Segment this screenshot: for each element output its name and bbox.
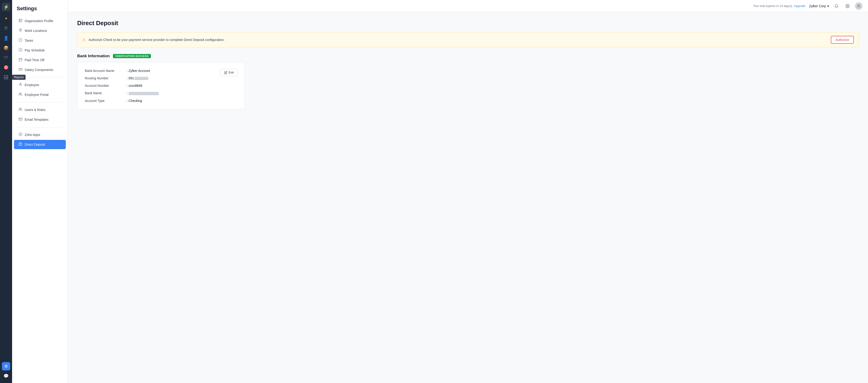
logo-icon: ⚡	[3, 4, 9, 10]
svg-rect-17	[19, 68, 22, 70]
user-avatar[interactable]	[855, 2, 862, 10]
svg-point-7	[20, 29, 21, 30]
account-number-row: Account Number : xxxx8846	[85, 84, 237, 87]
taxes-icon	[19, 38, 22, 43]
rail-icon-chat[interactable]: 💬	[2, 372, 10, 380]
sidebar-label-pay-schedule: Pay Schedule	[25, 49, 44, 52]
svg-point-29	[858, 4, 859, 6]
account-type-label: Account Type	[85, 99, 127, 102]
bank-info-card: Edit Bank Account Name : Zylker Account …	[77, 62, 245, 109]
bank-account-name-label: Bank Account Name	[85, 69, 127, 72]
bank-info-title: Bank Information	[77, 54, 110, 58]
rail-icon-shield[interactable]: 🛡	[2, 54, 10, 62]
work-locations-icon	[19, 28, 22, 33]
app-logo: ⚡	[2, 3, 10, 11]
sidebar-label-direct-deposit: Direct Deposit	[25, 143, 45, 146]
notifications-icon[interactable]	[833, 2, 840, 10]
trial-text: Your trial expires in 14 day(s). Upgrade	[753, 4, 805, 8]
icon-rail: ⚡ ✦ ⏱ 👤 📦 🛡 🎯 Reports ⚙ 💬	[0, 0, 12, 383]
rail-icon-person[interactable]: 👤	[2, 34, 10, 42]
upgrade-link[interactable]: Upgrade	[794, 4, 805, 8]
sidebar-label-zoho-apps: Zoho Apps	[25, 133, 40, 137]
settings-sidebar: Settings Organization Profile Work Locat…	[12, 0, 68, 383]
routing-number-row: Routing Number : 091	[85, 76, 237, 80]
salary-components-icon	[19, 67, 22, 72]
zoho-apps-icon	[19, 132, 22, 137]
sidebar-item-employee[interactable]: Employee	[14, 80, 66, 90]
routing-number-value: : 091	[127, 76, 148, 80]
sidebar-item-users-roles[interactable]: Users & Roles	[14, 105, 66, 115]
svg-rect-4	[19, 19, 22, 22]
sidebar-item-taxes[interactable]: Taxes	[14, 36, 66, 45]
sidebar-label-org-profile: Organization Profile	[25, 19, 53, 23]
org-profile-icon	[19, 19, 22, 23]
svg-point-20	[19, 93, 21, 94]
authorize-button[interactable]: Authorize	[831, 36, 854, 44]
rail-icon-reports[interactable]: Reports	[2, 73, 10, 82]
rail-icon-target[interactable]: 🎯	[2, 63, 10, 72]
account-type-row: Account Type : Checking	[85, 99, 237, 102]
warning-banner: ⚠ Authorize Check to be your payment ser…	[77, 32, 859, 47]
rail-icon-clock[interactable]: ⏱	[2, 24, 10, 33]
rail-icon-settings[interactable]: ⚙	[2, 362, 10, 371]
svg-point-19	[20, 83, 21, 84]
bank-info-section-header: Bank Information VERIFICATION SUCCESS	[77, 54, 859, 58]
sidebar-divider-2	[17, 102, 63, 102]
company-selector[interactable]: Zylker Corp ▾	[809, 4, 829, 8]
employee-portal-icon	[19, 92, 22, 97]
sidebar-label-taxes: Taxes	[25, 39, 33, 42]
sidebar-label-employee-portal: Employee Portal	[25, 93, 49, 96]
edit-button[interactable]: Edit	[220, 69, 238, 76]
sidebar-divider-3	[17, 127, 63, 127]
sidebar-heading: Settings	[12, 6, 68, 16]
users-roles-icon	[19, 108, 22, 112]
company-name: Zylker Corp	[809, 4, 826, 8]
sidebar-item-email-templates[interactable]: Email Templates	[14, 115, 66, 124]
reports-tooltip: Reports	[12, 75, 26, 80]
rail-icon-box[interactable]: 📦	[2, 44, 10, 52]
sidebar-item-zoho-apps[interactable]: Zoho Apps	[14, 130, 66, 139]
sidebar-item-pay-schedule[interactable]: Pay Schedule	[14, 46, 66, 55]
sidebar-label-paid-time-off: Paid Time Off	[25, 58, 44, 62]
settings-icon[interactable]	[844, 2, 851, 10]
sidebar-label-email-templates: Email Templates	[25, 118, 48, 121]
bank-name-label: Bank Name	[85, 91, 127, 95]
sidebar-item-org-profile[interactable]: Organization Profile	[14, 16, 66, 26]
routing-number-label: Routing Number	[85, 76, 127, 80]
sidebar-item-work-locations[interactable]: Work Locations	[14, 26, 66, 35]
direct-deposit-icon	[19, 142, 22, 147]
svg-rect-13	[19, 58, 22, 61]
account-number-value: : xxxx8846	[127, 84, 142, 87]
sidebar-item-direct-deposit[interactable]: Direct Deposit	[14, 140, 66, 149]
warning-icon: ⚠	[82, 37, 86, 42]
svg-point-28	[847, 5, 848, 6]
bank-account-name-value: : Zylker Account	[127, 69, 150, 72]
employee-icon	[19, 83, 22, 87]
page-title: Direct Deposit	[77, 20, 859, 27]
bank-name-value: :	[127, 91, 159, 95]
page-content: Direct Deposit ⚠ Authorize Check to be y…	[68, 12, 868, 383]
bank-account-name-row: Bank Account Name : Zylker Account	[85, 69, 237, 72]
verification-badge: VERIFICATION SUCCESS	[113, 54, 151, 58]
sidebar-item-employee-portal[interactable]: Employee Portal	[14, 90, 66, 99]
company-chevron-icon: ▾	[827, 4, 829, 8]
account-number-label: Account Number	[85, 84, 127, 87]
sidebar-label-employee: Employee	[25, 83, 39, 87]
rail-icon-star[interactable]: ✦	[2, 14, 10, 23]
top-header: Your trial expires in 14 day(s). Upgrade…	[68, 0, 868, 12]
svg-point-21	[19, 108, 21, 109]
warning-text: Authorize Check to be your payment servi…	[89, 38, 828, 42]
edit-icon	[224, 71, 227, 74]
email-templates-icon	[19, 117, 22, 122]
paid-time-off-icon	[19, 58, 22, 62]
sidebar-label-users-roles: Users & Roles	[25, 108, 45, 112]
account-type-value: : Checking	[127, 99, 142, 102]
sidebar-label-work-locations: Work Locations	[25, 29, 47, 33]
sidebar-item-paid-time-off[interactable]: Paid Time Off	[14, 55, 66, 65]
sidebar-label-salary-components: Salary Components	[25, 68, 53, 72]
main-content: Your trial expires in 14 day(s). Upgrade…	[68, 0, 868, 383]
pay-schedule-icon	[19, 48, 22, 53]
bank-name-row: Bank Name :	[85, 91, 237, 95]
sidebar-item-salary-components[interactable]: Salary Components	[14, 65, 66, 75]
